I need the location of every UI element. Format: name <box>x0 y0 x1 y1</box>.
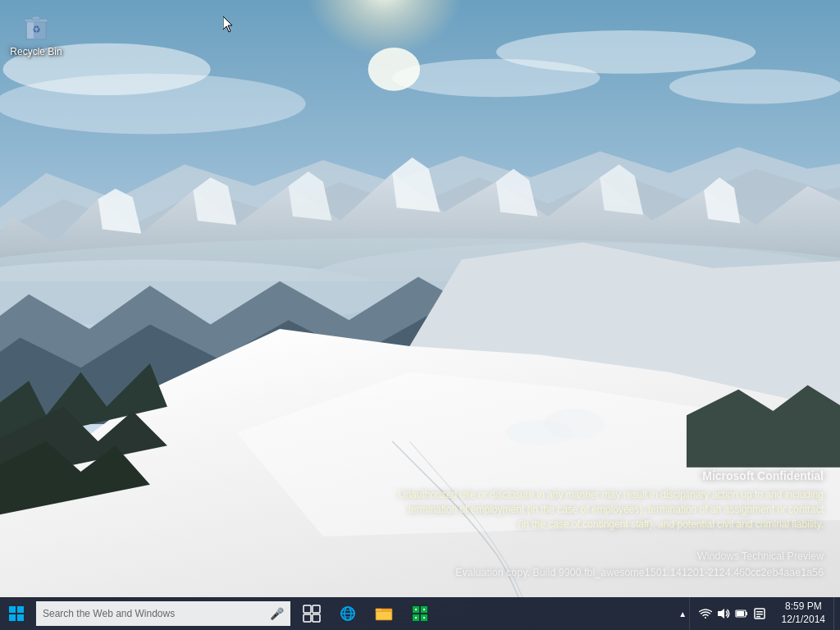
clock-area[interactable]: 8:59 PM 12/1/2014 <box>774 597 833 630</box>
svg-point-7 <box>392 59 600 97</box>
store-icon <box>411 605 429 623</box>
clock-time: 8:59 PM <box>785 600 822 614</box>
svg-rect-59 <box>415 617 417 619</box>
start-button[interactable] <box>0 597 33 630</box>
svg-rect-41 <box>17 614 24 621</box>
microphone-icon[interactable]: 🎤 <box>270 607 284 620</box>
svg-rect-44 <box>304 614 311 622</box>
build-info: Windows Technical Preview Evaluation cop… <box>455 548 824 581</box>
svg-rect-63 <box>746 612 747 615</box>
task-view-button[interactable] <box>294 597 330 630</box>
explorer-icon <box>375 605 393 623</box>
svg-rect-66 <box>756 611 763 613</box>
svg-rect-45 <box>313 614 320 622</box>
show-desktop-button[interactable] <box>833 597 840 630</box>
search-placeholder: Search the Web and Windows <box>43 608 270 619</box>
desktop: ♻ Recycle Bin Microsoft Confidential Una… <box>0 0 840 630</box>
build-line2: Evaluation copy. Build 9900.fbl_awesome1… <box>455 564 824 581</box>
tray-icons-area <box>692 597 774 630</box>
svg-rect-40 <box>9 614 16 621</box>
svg-rect-58 <box>423 609 425 610</box>
volume-icon <box>717 608 730 619</box>
recycle-bin-label: Recycle Bin <box>10 46 62 59</box>
svg-rect-35 <box>32 16 40 20</box>
battery-tray-icon[interactable] <box>733 597 751 630</box>
svg-point-6 <box>0 74 306 135</box>
volume-tray-icon[interactable] <box>714 597 733 630</box>
search-box[interactable]: Search the Web and Windows 🎤 <box>36 601 290 626</box>
svg-rect-68 <box>756 616 760 618</box>
svg-point-5 <box>669 69 840 103</box>
svg-rect-42 <box>304 605 311 613</box>
action-center-icon <box>754 608 765 619</box>
action-center-tray-icon[interactable] <box>751 597 769 630</box>
chevron-up-icon: ▲ <box>678 609 687 619</box>
svg-rect-43 <box>313 605 320 613</box>
svg-rect-39 <box>17 606 24 613</box>
internet-explorer-button[interactable] <box>330 597 366 630</box>
clock-date: 12/1/2014 <box>782 614 825 627</box>
svg-rect-57 <box>415 609 417 610</box>
svg-rect-38 <box>9 606 16 613</box>
battery-icon <box>735 608 748 619</box>
landscape <box>0 0 840 630</box>
svg-marker-61 <box>718 609 724 619</box>
svg-rect-52 <box>377 612 391 619</box>
svg-rect-37 <box>27 22 34 39</box>
task-view-icon <box>303 605 321 623</box>
file-explorer-button[interactable] <box>366 597 402 630</box>
confidential-body: Unauthorized use or disclosure in any ma… <box>397 487 824 532</box>
taskbar: Search the Web and Windows 🎤 <box>0 597 840 630</box>
svg-rect-60 <box>423 617 425 619</box>
confidential-title: Microsoft Confidential <box>397 469 824 482</box>
svg-rect-67 <box>756 614 763 615</box>
build-line1: Windows Technical Preview <box>455 548 824 564</box>
show-hidden-icons-button[interactable]: ▲ <box>677 597 690 630</box>
recycle-bin-icon[interactable]: ♻ Recycle Bin <box>7 7 66 62</box>
store-button[interactable] <box>402 597 438 630</box>
confidential-overlay: Microsoft Confidential Unauthorized use … <box>397 469 824 532</box>
network-icon <box>699 608 712 619</box>
windows-logo-icon <box>9 606 24 621</box>
ie-icon <box>339 605 357 623</box>
svg-rect-64 <box>737 611 744 616</box>
network-tray-icon[interactable] <box>696 597 714 630</box>
system-tray: ▲ <box>677 597 840 630</box>
recycle-bin-image: ♻ <box>20 10 52 43</box>
svg-point-32 <box>544 409 605 440</box>
